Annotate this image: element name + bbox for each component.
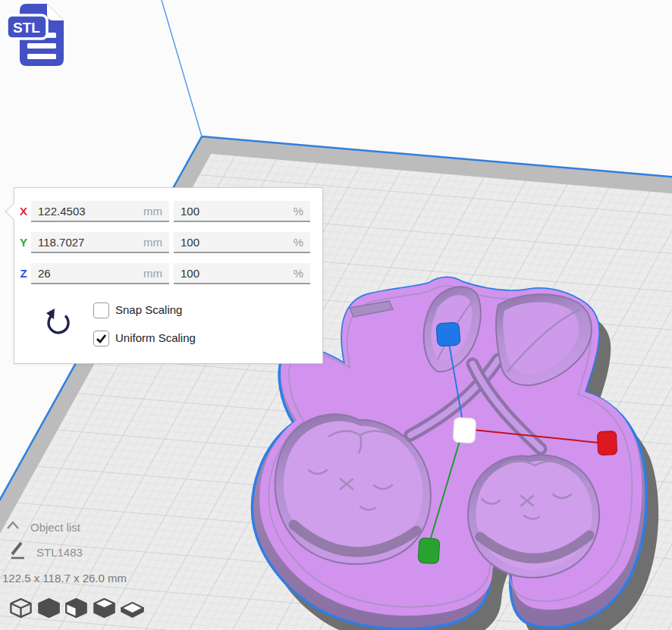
scale-handle-y[interactable] (418, 538, 440, 563)
y-percent-unit: % (294, 236, 303, 249)
z-mm-value: 26 (38, 267, 51, 280)
uniform-scaling-checkbox[interactable] (93, 331, 109, 346)
z-percent-value: 100 (181, 267, 199, 280)
object-list-item[interactable]: STL1483 (36, 546, 83, 559)
y-axis-label: Y (17, 236, 30, 249)
scale-handle-z[interactable] (436, 322, 460, 346)
z-axis-label: Z (17, 267, 30, 280)
right-cherry-cavity (468, 455, 599, 578)
snap-scaling-label: Snap Scaling (115, 303, 182, 316)
view-solid-button[interactable] (37, 597, 61, 619)
uniform-scaling-label: Uniform Scaling (115, 331, 196, 344)
reset-scale-button[interactable] (45, 308, 72, 340)
y-mm-field[interactable]: 118.7027 mm (31, 232, 169, 253)
scale-handle-x[interactable] (597, 431, 617, 456)
stl-file-icon: STL (5, 2, 71, 71)
x-mm-value: 122.4503 (38, 205, 86, 218)
chevron-up-icon[interactable] (6, 520, 20, 531)
view-layers-button[interactable] (121, 597, 144, 619)
stl-badge-label: STL (13, 20, 40, 36)
z-mm-unit: mm (143, 267, 162, 280)
reset-rotate-icon (49, 315, 68, 333)
z-percent-unit: % (294, 267, 303, 280)
scale-tool-panel: X 122.4503 mm 100 % Y 118.7027 mm 100 % … (14, 187, 323, 364)
y-percent-field[interactable]: 100 % (174, 232, 310, 253)
y-mm-unit: mm (143, 236, 162, 249)
model-dimensions: 122.5 x 118.7 x 26.0 mm (2, 572, 127, 585)
folded-corner (47, 4, 64, 20)
pencil-icon (9, 540, 27, 561)
object-list-title[interactable]: Object list (30, 521, 80, 534)
view-top-open-button[interactable] (93, 597, 116, 619)
snap-scaling-checkbox[interactable] (93, 302, 109, 318)
x-mm-unit: mm (143, 205, 162, 218)
x-axis-label: X (17, 205, 30, 218)
y-percent-value: 100 (181, 236, 199, 249)
scale-handle-center[interactable] (453, 417, 476, 443)
view-front-open-button[interactable] (64, 597, 88, 619)
z-mm-field[interactable]: 26 mm (31, 263, 169, 284)
x-mm-field[interactable]: 122.4503 mm (31, 201, 169, 222)
y-mm-value: 118.7027 (38, 236, 84, 249)
x-percent-unit: % (294, 205, 303, 218)
check-icon (94, 331, 108, 346)
x-percent-value: 100 (181, 205, 199, 218)
z-percent-field[interactable]: 100 % (174, 263, 310, 284)
view-wireframe-button[interactable] (9, 597, 33, 619)
x-percent-field[interactable]: 100 % (174, 201, 310, 222)
